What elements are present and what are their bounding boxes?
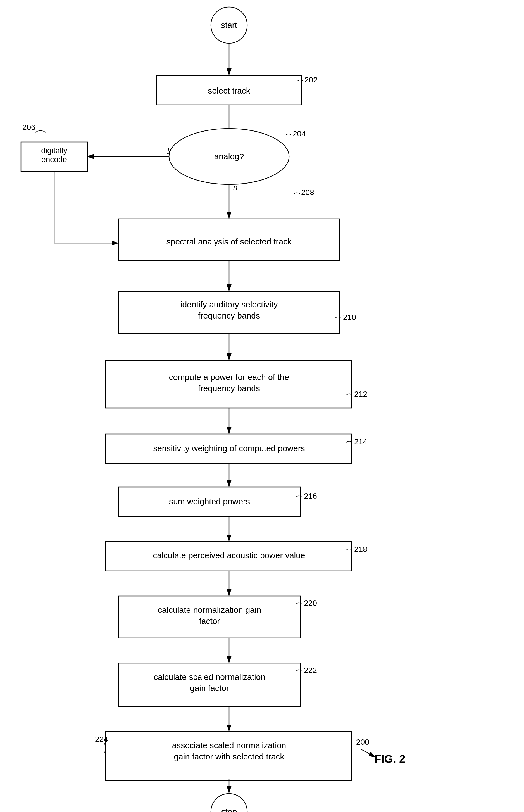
ref-220: 220 xyxy=(304,599,317,607)
node-222-label-2: gain factor xyxy=(190,683,229,693)
ref-204-wavy xyxy=(286,134,291,135)
ref-206-wavy xyxy=(35,131,46,133)
node-206-label-1: digitally xyxy=(41,146,67,155)
node-210-label-1: identify auditory selectivity xyxy=(180,300,278,309)
ref-212: 212 xyxy=(354,390,367,399)
ref-206: 206 xyxy=(22,123,35,132)
node-218-label: calculate perceived acoustic power value xyxy=(153,551,305,560)
ref-202: 202 xyxy=(305,76,317,84)
node-212-label-2: frequency bands xyxy=(198,384,260,393)
node-216-label: sum weighted powers xyxy=(169,497,250,506)
node-220-label-2: factor xyxy=(199,616,220,626)
ref-216: 216 xyxy=(304,492,317,501)
node-222-label-1: calculate scaled normalization xyxy=(153,672,265,682)
node-220-label-1: calculate normalization gain xyxy=(158,605,261,615)
node-210-label-2: frequency bands xyxy=(198,311,260,320)
node-212-label-1: compute a power for each of the xyxy=(169,372,289,382)
stop-label: stop xyxy=(221,807,237,812)
ref-208: 208 xyxy=(301,188,314,197)
ref-218: 218 xyxy=(354,545,367,554)
ref-224: 224 xyxy=(95,735,108,744)
ref-214: 214 xyxy=(354,437,367,446)
node-224-label-2: gain factor with selected track xyxy=(174,752,284,761)
ref-208-wavy xyxy=(294,193,300,194)
arrow-200-ref xyxy=(360,749,376,757)
ref-224-bracket xyxy=(105,743,105,753)
node-208-label: spectral analysis of selected track xyxy=(166,237,292,246)
node-206-label-2: encode xyxy=(41,155,67,164)
ref-210: 210 xyxy=(343,313,356,322)
start-label: start xyxy=(221,20,238,30)
node-214-label: sensitivity weighting of computed powers xyxy=(153,444,305,453)
no-label: n xyxy=(233,183,238,192)
ref-222: 222 xyxy=(304,666,317,675)
fig-label: FIG. 2 xyxy=(374,753,405,765)
node-224-label-1: associate scaled normalization xyxy=(172,741,286,750)
diagram-container: start select track 202 analog? 204 y dig… xyxy=(0,0,524,812)
ref-200: 200 xyxy=(356,738,369,746)
node-202-label: select track xyxy=(208,86,250,95)
node-204-label: analog? xyxy=(214,152,244,161)
ref-204: 204 xyxy=(293,129,306,138)
yes-label: y xyxy=(167,145,172,154)
